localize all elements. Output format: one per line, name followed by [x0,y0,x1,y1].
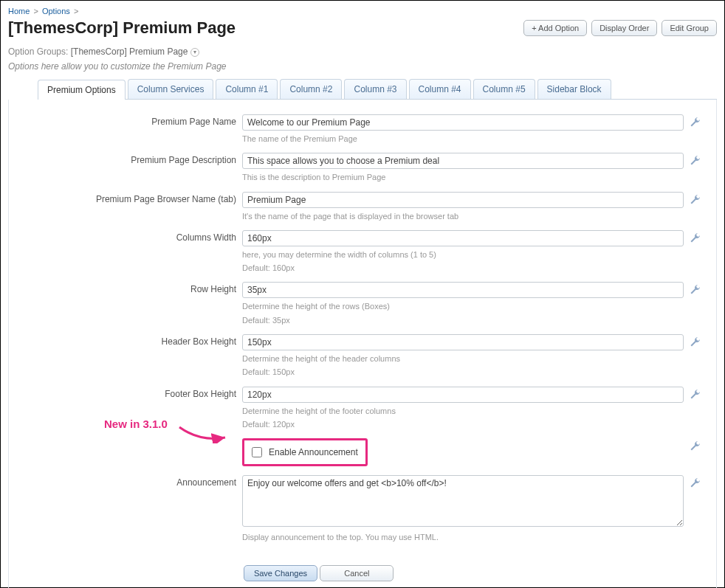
breadcrumb: Home > Options > [8,5,717,18]
input-columns-width[interactable] [242,230,684,246]
checkbox-enable-announcement[interactable] [252,447,262,457]
wrench-icon[interactable] [690,193,701,205]
save-button[interactable]: Save Changes [244,565,317,581]
tab-premium-options[interactable]: Premium Options [38,80,126,100]
help-header-box-height-1: Determine the height of the header colum… [242,353,684,364]
action-row: Save Changes Cancel [15,565,710,581]
tab-column-1[interactable]: Column #1 [216,79,278,99]
wrench-icon[interactable] [690,116,701,128]
tab-content: Premium Page Name The name of the Premiu… [8,100,717,588]
input-row-height[interactable] [242,282,684,298]
label-row-height: Row Height [15,282,236,294]
input-footer-box-height[interactable] [242,387,684,403]
help-row-height-2: Default: 35px [242,315,684,325]
breadcrumb-sep: > [33,7,38,15]
tab-column-services[interactable]: Column Services [128,79,214,99]
wrench-icon[interactable] [690,336,701,347]
help-name: The name of the Premium Page [242,134,684,144]
tab-sidebar-block[interactable]: Sidebar Block [537,79,611,99]
breadcrumb-options[interactable]: Options [42,7,70,15]
wrench-icon[interactable] [690,232,701,243]
input-name[interactable] [242,114,684,131]
label-footer-box-height: Footer Box Height [15,387,236,399]
enable-announcement-label[interactable]: Enable Announcement [249,445,358,460]
tab-column-3[interactable]: Column #3 [344,79,406,99]
help-announcement: Display announcement to the top. You may… [242,532,684,542]
help-columns-width-2: Default: 160px [242,263,684,273]
dropdown-arrow-icon[interactable]: ▾ [190,48,199,57]
help-description: This is the description to Premium Page [242,172,684,182]
label-enable-announcement-empty [15,438,236,440]
textarea-announcement[interactable] [242,475,684,527]
cancel-button[interactable]: Cancel [320,565,394,581]
option-groups: Option Groups: [ThemesCorp] Premium Page… [8,46,717,57]
header-actions: + Add Option Display Order Edit Group [523,20,717,36]
label-description: Premium Page Description [15,153,236,165]
wrench-icon[interactable] [690,440,701,452]
wrench-icon[interactable] [690,388,701,400]
breadcrumb-home[interactable]: Home [8,7,30,15]
label-browser-name: Premium Page Browser Name (tab) [15,192,236,204]
display-order-button[interactable]: Display Order [591,20,657,36]
label-name: Premium Page Name [15,114,236,127]
input-browser-name[interactable] [242,192,684,208]
tagline: Options here allow you to customize the … [8,61,717,72]
help-footer-box-height-2: Default: 120px [242,419,684,429]
tab-column-2[interactable]: Column #2 [280,79,342,99]
breadcrumb-sep-2: > [74,7,78,15]
tabs: Premium Options Column Services Column #… [38,79,717,100]
wrench-icon[interactable] [690,477,701,488]
option-groups-value[interactable]: [ThemesCorp] Premium Page [71,46,188,57]
tab-column-5[interactable]: Column #5 [473,79,535,99]
label-header-box-height: Header Box Height [15,334,236,347]
add-option-button[interactable]: + Add Option [523,20,587,36]
help-footer-box-height-1: Determine the height of the footer colum… [242,406,684,416]
help-columns-width-1: here, you may determine the width of col… [242,249,684,260]
wrench-icon[interactable] [690,283,701,295]
help-header-box-height-2: Default: 150px [242,367,684,377]
option-groups-label: Option Groups: [8,46,68,57]
enable-announcement-highlight: Enable Announcement [242,438,368,466]
help-browser-name: It's the name of the page that is displa… [242,211,684,221]
help-row-height-1: Determine the height of the rows (Boxes) [242,301,684,311]
wrench-icon[interactable] [690,154,701,166]
label-columns-width: Columns Width [15,230,236,243]
page-title: [ThemesCorp] Premium Page [8,18,236,38]
tab-column-4[interactable]: Column #4 [409,79,471,99]
enable-announcement-text: Enable Announcement [269,447,358,457]
input-header-box-height[interactable] [242,334,684,350]
label-announcement: Announcement [15,475,236,488]
input-description[interactable] [242,153,684,169]
edit-group-button[interactable]: Edit Group [662,20,717,36]
